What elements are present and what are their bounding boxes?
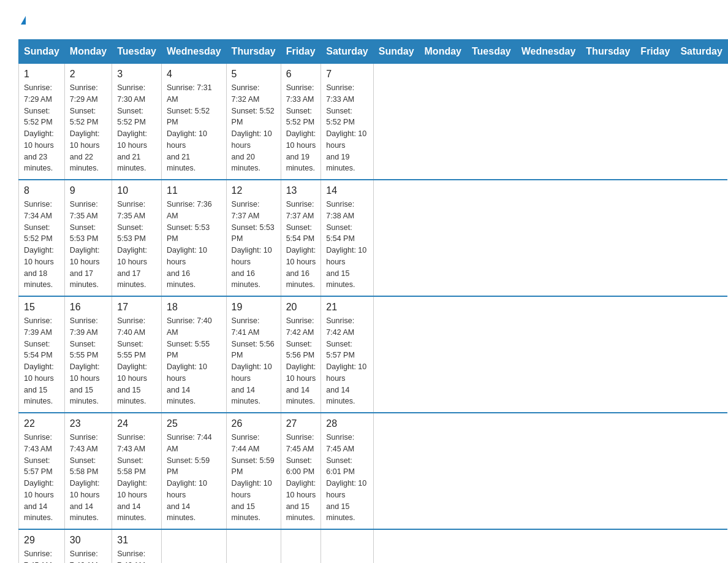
calendar-table: SundayMondayTuesdayWednesdayThursdayFrid… [18, 39, 728, 563]
day-number: 3 [117, 69, 156, 80]
day-info: Sunrise: 7:41 AMSunset: 5:56 PMDaylight:… [232, 315, 276, 407]
day-info: Sunrise: 7:42 AMSunset: 5:56 PMDaylight:… [286, 315, 316, 407]
day-number: 10 [117, 185, 156, 196]
header-saturday: Saturday [321, 40, 373, 64]
header-sunday: Sunday [19, 40, 65, 64]
day-info: Sunrise: 7:38 AMSunset: 5:54 PMDaylight:… [326, 199, 368, 291]
day-info: Sunrise: 7:45 AMSunset: 6:01 PMDaylight:… [326, 432, 368, 524]
calendar-day-cell: 30Sunrise: 7:46 AMSunset: 6:02 PMDayligh… [64, 529, 112, 563]
calendar-day-cell: 8Sunrise: 7:34 AMSunset: 5:52 PMDaylight… [19, 180, 65, 296]
day-number: 31 [117, 535, 156, 546]
calendar-day-cell: 20Sunrise: 7:42 AMSunset: 5:56 PMDayligh… [281, 296, 321, 413]
calendar-day-cell: 4Sunrise: 7:31 AMSunset: 5:52 PMDaylight… [161, 64, 226, 180]
calendar-day-cell: 28Sunrise: 7:45 AMSunset: 6:01 PMDayligh… [321, 413, 373, 529]
header-wednesday: Wednesday [161, 40, 226, 64]
day-info: Sunrise: 7:43 AMSunset: 5:58 PMDaylight:… [117, 432, 156, 524]
day-info: Sunrise: 7:30 AMSunset: 5:52 PMDaylight:… [117, 82, 156, 174]
day-number: 25 [167, 418, 221, 429]
page-header [18, 12, 710, 27]
calendar-week-row: 8Sunrise: 7:34 AMSunset: 5:52 PMDaylight… [19, 180, 728, 296]
day-info: Sunrise: 7:29 AMSunset: 5:52 PMDaylight:… [24, 82, 59, 174]
day-number: 20 [286, 302, 316, 313]
day-info: Sunrise: 7:40 AMSunset: 5:55 PMDaylight:… [117, 315, 156, 407]
day-number: 7 [326, 69, 368, 80]
calendar-day-cell: 26Sunrise: 7:44 AMSunset: 5:59 PMDayligh… [226, 413, 281, 529]
day-number: 28 [326, 418, 368, 429]
calendar-day-cell: 9Sunrise: 7:35 AMSunset: 5:53 PMDaylight… [64, 180, 112, 296]
day-number: 9 [70, 185, 107, 196]
day-number: 13 [286, 185, 316, 196]
calendar-day-cell: 27Sunrise: 7:45 AMSunset: 6:00 PMDayligh… [281, 413, 321, 529]
day-info: Sunrise: 7:46 AMSunset: 6:02 PMDaylight:… [70, 548, 107, 563]
calendar-week-row: 22Sunrise: 7:43 AMSunset: 5:57 PMDayligh… [19, 413, 728, 529]
header-thursday: Thursday [581, 40, 635, 64]
calendar-day-cell: 7Sunrise: 7:33 AMSunset: 5:52 PMDaylight… [321, 64, 373, 180]
day-info: Sunrise: 7:39 AMSunset: 5:54 PMDaylight:… [24, 315, 59, 407]
calendar-header-row: SundayMondayTuesdayWednesdayThursdayFrid… [19, 40, 728, 64]
calendar-day-cell: 12Sunrise: 7:37 AMSunset: 5:53 PMDayligh… [226, 180, 281, 296]
day-number: 22 [24, 418, 59, 429]
calendar-day-cell: 11Sunrise: 7:36 AMSunset: 5:53 PMDayligh… [161, 180, 226, 296]
day-number: 29 [24, 535, 59, 546]
day-info: Sunrise: 7:35 AMSunset: 5:53 PMDaylight:… [117, 199, 156, 291]
day-info: Sunrise: 7:29 AMSunset: 5:52 PMDaylight:… [70, 82, 107, 174]
calendar-day-cell: 6Sunrise: 7:33 AMSunset: 5:52 PMDaylight… [281, 64, 321, 180]
calendar-day-cell: 21Sunrise: 7:42 AMSunset: 5:57 PMDayligh… [321, 296, 373, 413]
day-number: 30 [70, 535, 107, 546]
logo [18, 12, 26, 27]
calendar-week-row: 1Sunrise: 7:29 AMSunset: 5:52 PMDaylight… [19, 64, 728, 180]
day-info: Sunrise: 7:31 AMSunset: 5:52 PMDaylight:… [167, 82, 221, 174]
calendar-empty-cell [321, 529, 373, 563]
header-monday: Monday [64, 40, 112, 64]
day-number: 19 [232, 302, 276, 313]
header-friday: Friday [635, 40, 675, 64]
header-wednesday: Wednesday [516, 40, 581, 64]
calendar-day-cell: 13Sunrise: 7:37 AMSunset: 5:54 PMDayligh… [281, 180, 321, 296]
header-tuesday: Tuesday [466, 40, 516, 64]
day-number: 17 [117, 302, 156, 313]
day-number: 18 [167, 302, 221, 313]
header-monday: Monday [419, 40, 466, 64]
calendar-day-cell: 23Sunrise: 7:43 AMSunset: 5:58 PMDayligh… [64, 413, 112, 529]
calendar-day-cell: 29Sunrise: 7:45 AMSunset: 6:01 PMDayligh… [19, 529, 65, 563]
header-saturday: Saturday [675, 40, 727, 64]
logo-triangle-icon [21, 16, 26, 25]
calendar-day-cell: 10Sunrise: 7:35 AMSunset: 5:53 PMDayligh… [112, 180, 162, 296]
day-number: 14 [326, 185, 368, 196]
day-number: 12 [232, 185, 276, 196]
calendar-day-cell: 31Sunrise: 7:46 AMSunset: 6:03 PMDayligh… [112, 529, 162, 563]
calendar-day-cell: 16Sunrise: 7:39 AMSunset: 5:55 PMDayligh… [64, 296, 112, 413]
day-number: 15 [24, 302, 59, 313]
header-tuesday: Tuesday [112, 40, 162, 64]
day-info: Sunrise: 7:37 AMSunset: 5:54 PMDaylight:… [286, 199, 316, 291]
calendar-day-cell: 15Sunrise: 7:39 AMSunset: 5:54 PMDayligh… [19, 296, 65, 413]
day-number: 24 [117, 418, 156, 429]
day-number: 21 [326, 302, 368, 313]
calendar-empty-cell [226, 529, 281, 563]
day-number: 5 [232, 69, 276, 80]
calendar-day-cell: 5Sunrise: 7:32 AMSunset: 5:52 PMDaylight… [226, 64, 281, 180]
calendar-day-cell: 25Sunrise: 7:44 AMSunset: 5:59 PMDayligh… [161, 413, 226, 529]
day-number: 27 [286, 418, 316, 429]
day-info: Sunrise: 7:32 AMSunset: 5:52 PMDaylight:… [232, 82, 276, 174]
day-info: Sunrise: 7:33 AMSunset: 5:52 PMDaylight:… [286, 82, 316, 174]
day-info: Sunrise: 7:36 AMSunset: 5:53 PMDaylight:… [167, 199, 221, 291]
day-info: Sunrise: 7:33 AMSunset: 5:52 PMDaylight:… [326, 82, 368, 174]
calendar-day-cell: 24Sunrise: 7:43 AMSunset: 5:58 PMDayligh… [112, 413, 162, 529]
header-friday: Friday [281, 40, 321, 64]
day-info: Sunrise: 7:45 AMSunset: 6:01 PMDaylight:… [24, 548, 59, 563]
header-sunday: Sunday [373, 40, 419, 64]
calendar-day-cell: 14Sunrise: 7:38 AMSunset: 5:54 PMDayligh… [321, 180, 373, 296]
day-info: Sunrise: 7:45 AMSunset: 6:00 PMDaylight:… [286, 432, 316, 524]
day-info: Sunrise: 7:39 AMSunset: 5:55 PMDaylight:… [70, 315, 107, 407]
calendar-day-cell: 3Sunrise: 7:30 AMSunset: 5:52 PMDaylight… [112, 64, 162, 180]
day-number: 8 [24, 185, 59, 196]
day-info: Sunrise: 7:40 AMSunset: 5:55 PMDaylight:… [167, 315, 221, 407]
day-info: Sunrise: 7:43 AMSunset: 5:57 PMDaylight:… [24, 432, 59, 524]
header-thursday: Thursday [226, 40, 281, 64]
day-number: 1 [24, 69, 59, 80]
calendar-week-row: 29Sunrise: 7:45 AMSunset: 6:01 PMDayligh… [19, 529, 728, 563]
day-info: Sunrise: 7:35 AMSunset: 5:53 PMDaylight:… [70, 199, 107, 291]
calendar-day-cell: 1Sunrise: 7:29 AMSunset: 5:52 PMDaylight… [19, 64, 65, 180]
day-info: Sunrise: 7:37 AMSunset: 5:53 PMDaylight:… [232, 199, 276, 291]
